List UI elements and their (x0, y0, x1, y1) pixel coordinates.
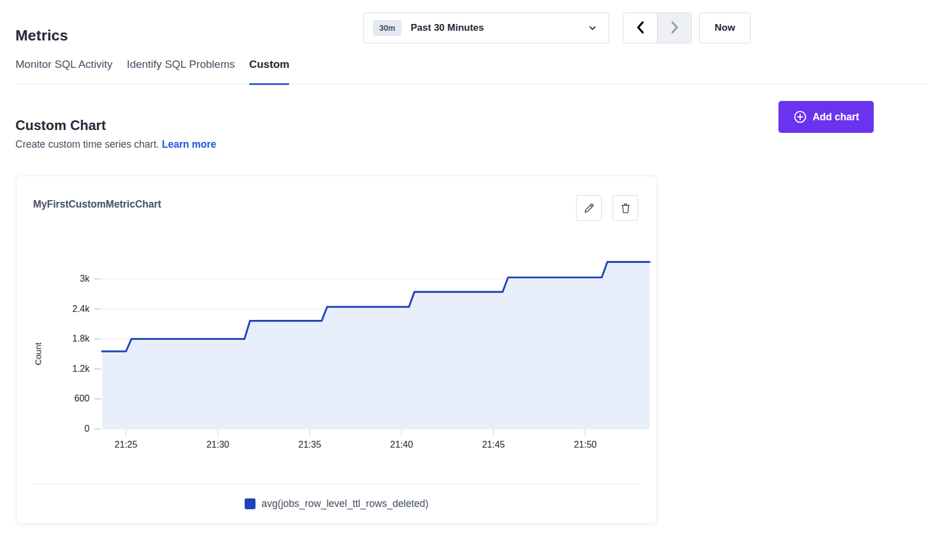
svg-text:1.8k: 1.8k (72, 334, 90, 343)
time-range-dropdown[interactable]: 30m Past 30 Minutes (363, 13, 609, 43)
section-description-text: Create custom time series chart. (15, 139, 159, 150)
time-range-label: Past 30 Minutes (411, 22, 484, 34)
svg-text:600: 600 (74, 393, 90, 403)
y-axis-title: Count (33, 342, 43, 366)
svg-text:1.2k: 1.2k (72, 364, 90, 374)
svg-text:21:30: 21:30 (206, 440, 229, 449)
pencil-icon (583, 202, 595, 214)
svg-text:21:45: 21:45 (482, 440, 505, 449)
svg-text:21:40: 21:40 (390, 440, 413, 449)
custom-chart-plot[interactable]: 06001.2k1.8k2.4k3k21:2521:3021:3521:4021… (33, 243, 651, 449)
svg-text:0: 0 (84, 424, 90, 433)
x-axis-labels: 21:2521:3021:3521:4021:4521:50 (115, 429, 597, 449)
svg-text:21:50: 21:50 (574, 440, 597, 449)
next-interval-button[interactable] (657, 13, 691, 43)
legend-label: avg(jobs_row_level_ttl_rows_deleted) (262, 498, 429, 510)
add-chart-label: Add chart (813, 111, 859, 123)
section-description: Create custom time series chart. Learn m… (15, 139, 216, 151)
chevron-right-icon (668, 20, 681, 36)
trash-icon (619, 202, 632, 214)
edit-chart-button[interactable] (576, 195, 602, 221)
add-chart-button[interactable]: Add chart (778, 101, 874, 133)
y-axis-labels: 06001.2k1.8k2.4k3k (72, 274, 90, 433)
svg-text:21:35: 21:35 (298, 440, 321, 449)
tab-custom[interactable]: Custom (249, 58, 290, 84)
now-button[interactable]: Now (699, 13, 751, 43)
previous-interval-button[interactable] (623, 13, 657, 43)
time-range-badge: 30m (373, 20, 401, 36)
metrics-tab-bar: Monitor SQL Activity Identify SQL Proble… (15, 58, 926, 84)
svg-text:2.4k: 2.4k (72, 304, 90, 314)
time-nav-group (623, 13, 692, 43)
section-title: Custom Chart (15, 117, 106, 133)
page-title: Metrics (15, 27, 68, 44)
chart-legend[interactable]: avg(jobs_row_level_ttl_rows_deleted) (17, 498, 656, 510)
svg-text:21:25: 21:25 (115, 440, 137, 449)
chevron-down-icon (588, 23, 597, 33)
legend-swatch (245, 498, 255, 509)
svg-text:3k: 3k (80, 274, 90, 283)
tab-identify-sql-problems[interactable]: Identify SQL Problems (127, 58, 234, 84)
custom-chart-card: MyFirstCustomMetricChart 06001.2k1.8k2.4… (16, 176, 657, 524)
chart-title: MyFirstCustomMetricChart (33, 198, 161, 210)
delete-chart-button[interactable] (613, 195, 638, 221)
chevron-left-icon (634, 20, 647, 36)
series-area-fill (102, 262, 650, 429)
tab-monitor-sql-activity[interactable]: Monitor SQL Activity (15, 58, 112, 84)
card-divider (33, 484, 640, 484)
learn-more-link[interactable]: Learn more (162, 139, 216, 150)
plus-circle-icon (793, 110, 807, 124)
